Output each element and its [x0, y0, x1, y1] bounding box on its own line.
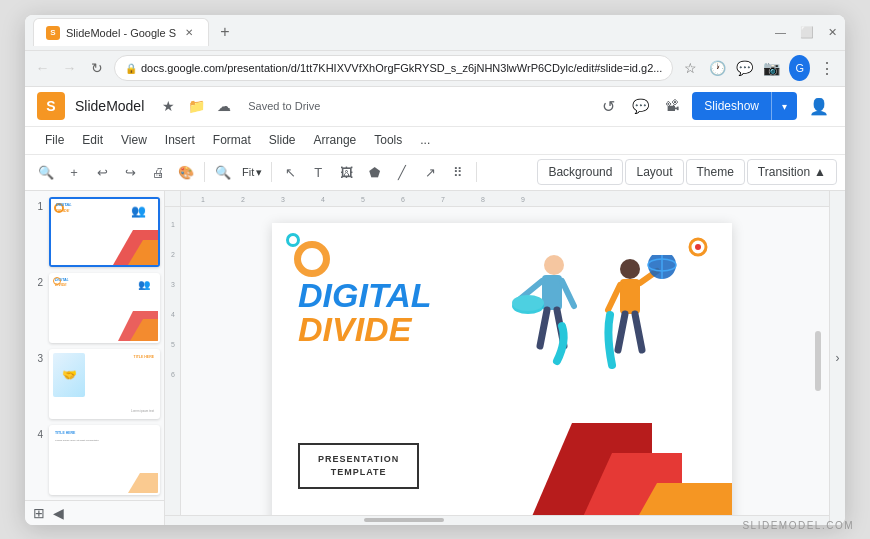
slide-number-1: 1 [29, 197, 43, 212]
undo-button[interactable]: ↩ [89, 159, 115, 185]
bookmark-icon[interactable]: ☆ [681, 56, 700, 80]
line-tool[interactable]: ╱ [389, 159, 415, 185]
slide-thumbnail-2[interactable]: DIGITAL DIVIDE 👥 [49, 273, 160, 343]
slides-panel: 1 DIGITAL DIVIDE [25, 191, 165, 525]
template-box-text: PRESENTATION TEMPLATE [318, 453, 399, 478]
svg-point-32 [512, 295, 544, 311]
more-options-button[interactable]: ⋮ [818, 56, 837, 80]
chevron-right-icon: › [836, 351, 840, 365]
slide-2-circle [53, 277, 61, 285]
history-icon[interactable]: 🕐 [708, 56, 727, 80]
browser-tab[interactable]: S SlideModel - Google Slides ✕ [33, 18, 209, 46]
template-label-2: TEMPLATE [331, 467, 387, 477]
profile-button[interactable]: G [789, 55, 810, 81]
svg-line-28 [562, 281, 574, 306]
minimize-button[interactable]: — [775, 26, 786, 38]
slide-number-4: 4 [29, 425, 43, 440]
slide-item-2[interactable]: 2 DIGITAL DIVIDE 👥 [29, 273, 160, 343]
slide-thumbnail-4[interactable]: TITLE HERE Lorem ipsum dolor sit amet co… [49, 425, 160, 495]
zoom-dropdown-icon: ▾ [256, 166, 262, 179]
menu-slide[interactable]: Slide [261, 129, 304, 151]
comments-icon[interactable]: 💬 [628, 94, 652, 118]
close-button[interactable]: ✕ [828, 26, 837, 39]
slide-item-3[interactable]: 3 🤝 TITLE HERE Lorem ipsum text [29, 349, 160, 419]
slide-2-arrows [118, 311, 158, 341]
menu-view[interactable]: View [113, 129, 155, 151]
slide-item-4[interactable]: 4 TITLE HERE Lorem ipsum dolor sit amet … [29, 425, 160, 495]
ruler-h-svg: 1 2 3 4 5 6 7 8 9 [181, 191, 829, 207]
collaborate-button[interactable]: 👤 [805, 92, 833, 120]
print-button[interactable]: 🖨 [145, 159, 171, 185]
zoom-out-button[interactable]: + [61, 159, 87, 185]
theme-button[interactable]: Theme [686, 159, 745, 185]
main-slide[interactable]: DIGITAL DIVIDE PRESENTATION TEMPLATE [272, 223, 732, 515]
forward-button[interactable]: → [60, 56, 79, 80]
url-bar[interactable]: 🔒 docs.google.com/presentation/d/1tt7KHI… [114, 55, 673, 81]
slide-3-content: 🤝 TITLE HERE Lorem ipsum text [51, 351, 158, 417]
maximize-button[interactable]: ⬜ [800, 26, 814, 39]
slide-4-body: Lorem ipsum dolor sit amet consectetur [55, 439, 154, 443]
cast-icon[interactable]: 💬 [735, 56, 754, 80]
background-button[interactable]: Background [537, 159, 623, 185]
lock-icon: 🔒 [125, 63, 137, 74]
shape-tool[interactable]: ⬟ [361, 159, 387, 185]
new-tab-button[interactable]: + [213, 20, 237, 44]
menu-file[interactable]: File [37, 129, 72, 151]
layout-button[interactable]: Layout [625, 159, 683, 185]
svg-text:3: 3 [171, 281, 175, 288]
slide-2-content: DIGITAL DIVIDE 👥 [51, 275, 158, 341]
svg-text:8: 8 [481, 196, 485, 203]
zoom-in-button[interactable]: 🔍 [33, 159, 59, 185]
camera-icon[interactable]: 📷 [762, 56, 781, 80]
slideshow-button[interactable]: Slideshow ▾ [692, 92, 797, 120]
folder-icon[interactable]: 📁 [184, 94, 208, 118]
image-tool[interactable]: 🖼 [333, 159, 359, 185]
slide-thumbnail-1[interactable]: DIGITAL DIVIDE 👥 [49, 197, 160, 267]
app-logo: S [37, 92, 65, 120]
cloud-icon[interactable]: ☁ [212, 94, 236, 118]
back-button[interactable]: ← [33, 56, 52, 80]
h-scrollbar-thumb[interactable] [364, 518, 444, 522]
slideshow-main[interactable]: Slideshow [692, 92, 771, 120]
right-panel-collapse[interactable]: › [829, 191, 845, 525]
browser-window: S SlideModel - Google Slides ✕ + — ⬜ ✕ ←… [25, 15, 845, 525]
menu-edit[interactable]: Edit [74, 129, 111, 151]
undo-history-icon[interactable]: ↺ [596, 94, 620, 118]
slide-number-3: 3 [29, 349, 43, 364]
transition-collapse-icon: ▲ [814, 165, 826, 179]
window-controls: — ⬜ ✕ [775, 26, 837, 39]
slideshow-dropdown[interactable]: ▾ [771, 92, 797, 120]
watermark: SLIDEMODEL.COM [742, 520, 854, 531]
slide-item-1[interactable]: 1 DIGITAL DIVIDE [29, 197, 160, 267]
zoom-search-button[interactable]: 🔍 [210, 159, 236, 185]
menu-insert[interactable]: Insert [157, 129, 203, 151]
menu-arrange[interactable]: Arrange [306, 129, 365, 151]
text-tool[interactable]: T [305, 159, 331, 185]
reload-button[interactable]: ↻ [87, 56, 106, 80]
menu-format[interactable]: Format [205, 129, 259, 151]
collapse-panel-button[interactable]: ◀ [53, 505, 64, 521]
paint-button[interactable]: 🎨 [173, 159, 199, 185]
zoom-select[interactable]: Fit ▾ [238, 164, 266, 181]
v-scrollbar-thumb[interactable] [815, 331, 821, 391]
menu-tools[interactable]: Tools [366, 129, 410, 151]
figure-left [502, 251, 577, 381]
slide-scroll-area[interactable]: DIGITAL DIVIDE PRESENTATION TEMPLATE [181, 207, 829, 515]
grid-view-button[interactable]: ⊞ [33, 505, 45, 521]
zoom-label: Fit [242, 166, 254, 178]
select-tool[interactable]: ↖ [277, 159, 303, 185]
svg-line-37 [618, 314, 625, 350]
tab-close-button[interactable]: ✕ [182, 26, 196, 40]
extra-tools[interactable]: ⠿ [445, 159, 471, 185]
slide-thumbnail-3[interactable]: 🤝 TITLE HERE Lorem ipsum text [49, 349, 160, 419]
arrow-tool[interactable]: ↗ [417, 159, 443, 185]
svg-text:5: 5 [361, 196, 365, 203]
present-icon[interactable]: 📽 [660, 94, 684, 118]
redo-button[interactable]: ↪ [117, 159, 143, 185]
slide-4-title: TITLE HERE [55, 431, 75, 435]
layout-label: Layout [636, 165, 672, 179]
star-icon[interactable]: ★ [156, 94, 180, 118]
transition-button[interactable]: Transition ▲ [747, 159, 837, 185]
menu-more[interactable]: ... [412, 129, 438, 151]
canvas-area: 1 2 3 4 5 6 7 8 9 [165, 191, 829, 525]
